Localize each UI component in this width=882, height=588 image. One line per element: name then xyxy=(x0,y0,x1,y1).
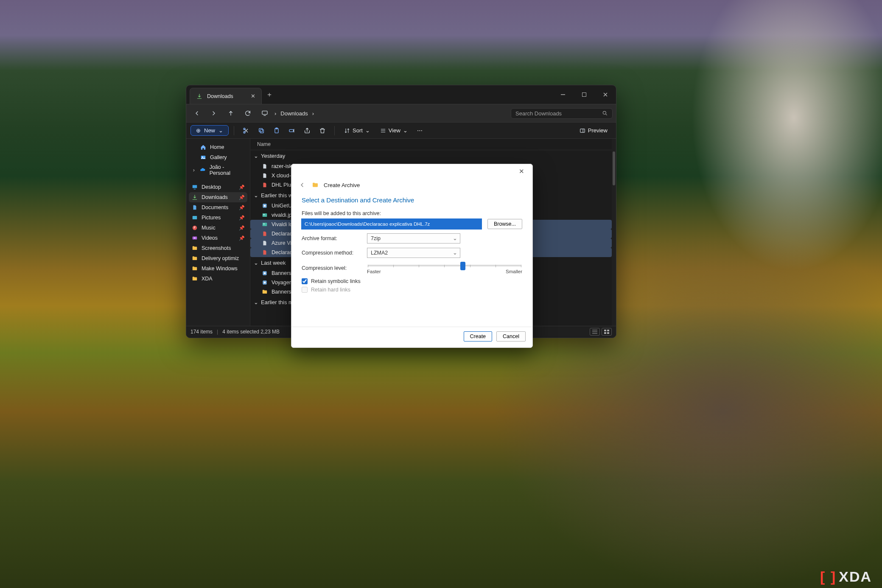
separator xyxy=(334,126,335,135)
chevron-down-icon: ⌄ xyxy=(403,127,408,134)
thispc-icon[interactable] xyxy=(258,107,272,120)
search-input[interactable]: Search Downloads xyxy=(511,108,613,119)
slider-thumb[interactable] xyxy=(460,262,465,270)
label-archive-format: Archive format: xyxy=(302,235,361,241)
onedrive-icon xyxy=(199,167,206,174)
svg-rect-1 xyxy=(262,111,267,115)
view-details-toggle[interactable] xyxy=(590,328,600,336)
window-close-button[interactable] xyxy=(595,85,616,104)
new-tab-button[interactable]: ＋ xyxy=(262,85,277,104)
scrollbar-thumb[interactable] xyxy=(613,151,615,185)
sidebar-item-label: Home xyxy=(210,144,224,150)
chevron-down-icon: ⌄ xyxy=(254,299,258,305)
sidebar-item-home[interactable]: Home xyxy=(189,142,247,152)
checkbox-icon[interactable] xyxy=(302,278,308,284)
folder-icon xyxy=(191,275,198,282)
preview-button[interactable]: Preview xyxy=(575,126,612,135)
tab-close-icon[interactable]: ✕ xyxy=(251,93,255,99)
create-archive-dialog: ✕ Create Archive Select a Destination an… xyxy=(291,164,533,348)
pin-icon: 📌 xyxy=(239,225,245,231)
dialog-close-button[interactable]: ✕ xyxy=(513,165,530,178)
sidebar-item-joão---personal[interactable]: ›João - Personal xyxy=(189,162,247,178)
sort-label: Sort xyxy=(353,127,363,134)
view-button[interactable]: View ⌄ xyxy=(376,126,412,135)
breadcrumb[interactable]: › Downloads › xyxy=(274,110,508,117)
new-button[interactable]: ⊕ New ⌄ xyxy=(190,125,229,136)
view-label: View xyxy=(389,127,400,134)
more-button[interactable]: ⋯ xyxy=(414,126,426,135)
dialog-titlebar[interactable]: ✕ xyxy=(291,164,532,179)
desktop-icon xyxy=(191,184,198,190)
sidebar-item-xda[interactable]: XDA xyxy=(189,274,247,284)
cut-button[interactable] xyxy=(239,126,253,136)
view-thumbnails-toggle[interactable] xyxy=(602,328,612,336)
sidebar-item-pictures[interactable]: Pictures📌 xyxy=(189,213,247,223)
copy-button[interactable] xyxy=(255,126,268,136)
preview-icon xyxy=(580,128,585,134)
sidebar-item-videos[interactable]: Videos📌 xyxy=(189,233,247,243)
column-header-name[interactable]: Name xyxy=(250,139,612,150)
group-header[interactable]: ⌄Yesterday xyxy=(250,150,612,162)
pdf-icon xyxy=(261,249,268,256)
documents-icon xyxy=(191,204,198,211)
search-placeholder: Search Downloads xyxy=(515,110,562,117)
sidebar-item-downloads[interactable]: Downloads📌 xyxy=(189,192,247,202)
tab-downloads[interactable]: Downloads ✕ xyxy=(190,88,262,104)
checkbox-label: Retain symbolic links xyxy=(311,278,361,284)
sidebar-item-delivery-optimiz[interactable]: Delivery optimiz xyxy=(189,253,247,263)
archive-format-value: 7zip xyxy=(371,235,381,241)
sidebar-item-desktop[interactable]: Desktop📌 xyxy=(189,182,247,192)
file-icon xyxy=(261,240,268,246)
rename-button[interactable] xyxy=(285,126,299,136)
sidebar-item-label: Screenshots xyxy=(202,245,231,251)
compression-method-select[interactable]: LZMA2 xyxy=(367,248,460,258)
folder-icon xyxy=(191,265,198,272)
logo-bracket-icon: [ ] xyxy=(820,569,836,584)
dialog-back-button[interactable] xyxy=(297,180,307,190)
archive-format-select[interactable]: 7zip xyxy=(367,233,460,244)
sort-button[interactable]: Sort ⌄ xyxy=(340,126,374,135)
retain-symbolic-links-checkbox[interactable]: Retain symbolic links xyxy=(302,278,522,284)
nav-up-button[interactable] xyxy=(224,107,238,120)
window-titlebar[interactable]: Downloads ✕ ＋ xyxy=(186,85,616,104)
svg-rect-27 xyxy=(604,330,606,331)
archive-path-input[interactable] xyxy=(302,219,482,229)
scrollbar[interactable] xyxy=(612,139,616,326)
sidebar-item-label: Videos xyxy=(202,235,218,241)
cancel-button[interactable]: Cancel xyxy=(496,331,526,342)
pin-icon: 📌 xyxy=(239,215,245,221)
browse-button[interactable]: Browse... xyxy=(487,219,522,229)
window-maximize-button[interactable] xyxy=(574,85,595,104)
checkbox-icon xyxy=(302,287,308,293)
label-compression-method: Compression method: xyxy=(302,250,361,256)
download-icon xyxy=(196,93,203,100)
checkbox-label: Retain hard links xyxy=(311,287,350,293)
sidebar-item-make-windows[interactable]: Make Windows xyxy=(189,263,247,274)
nav-back-button[interactable] xyxy=(190,107,204,120)
breadcrumb-segment[interactable]: Downloads xyxy=(280,110,308,117)
sidebar-item-music[interactable]: Music📌 xyxy=(189,223,247,233)
sidebar-item-screenshots[interactable]: Screenshots xyxy=(189,243,247,253)
nav-forward-button[interactable] xyxy=(207,107,221,120)
share-button[interactable] xyxy=(300,126,314,136)
chevron-down-icon: ⌄ xyxy=(254,153,258,159)
window-minimize-button[interactable] xyxy=(552,85,574,104)
create-button[interactable]: Create xyxy=(464,331,493,342)
view-icon xyxy=(380,128,386,134)
watermark-logo: [ ] XDA xyxy=(820,569,872,584)
compression-level-slider[interactable] xyxy=(368,265,521,266)
pdf-icon xyxy=(261,182,268,188)
home-icon xyxy=(200,144,207,151)
pin-icon: 📌 xyxy=(239,185,245,190)
sidebar-item-gallery[interactable]: Gallery xyxy=(189,152,247,162)
svg-rect-30 xyxy=(607,332,609,334)
chevron-right-icon: › xyxy=(191,167,196,173)
search-icon xyxy=(602,110,608,116)
delete-button[interactable] xyxy=(316,126,329,136)
exe-icon xyxy=(261,270,268,277)
sidebar-item-documents[interactable]: Documents📌 xyxy=(189,202,247,213)
sidebar-item-label: Make Windows xyxy=(202,266,238,272)
pin-icon: 📌 xyxy=(239,235,245,241)
nav-refresh-button[interactable] xyxy=(241,107,255,120)
paste-button[interactable] xyxy=(270,126,283,136)
